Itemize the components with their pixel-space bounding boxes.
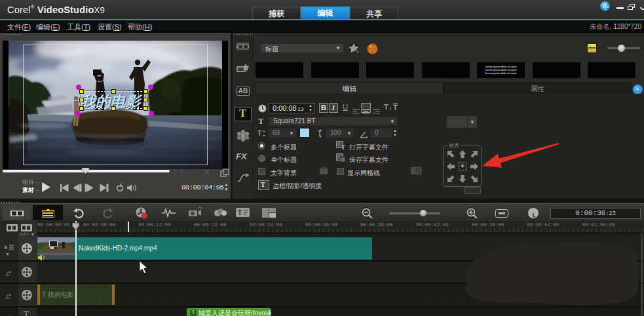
svg-text:T: T: [257, 130, 261, 137]
svg-text:T: T: [318, 130, 322, 137]
svg-text:S: S: [4, 245, 8, 250]
svg-text:T: T: [238, 209, 242, 216]
svg-text:T: T: [341, 143, 346, 150]
